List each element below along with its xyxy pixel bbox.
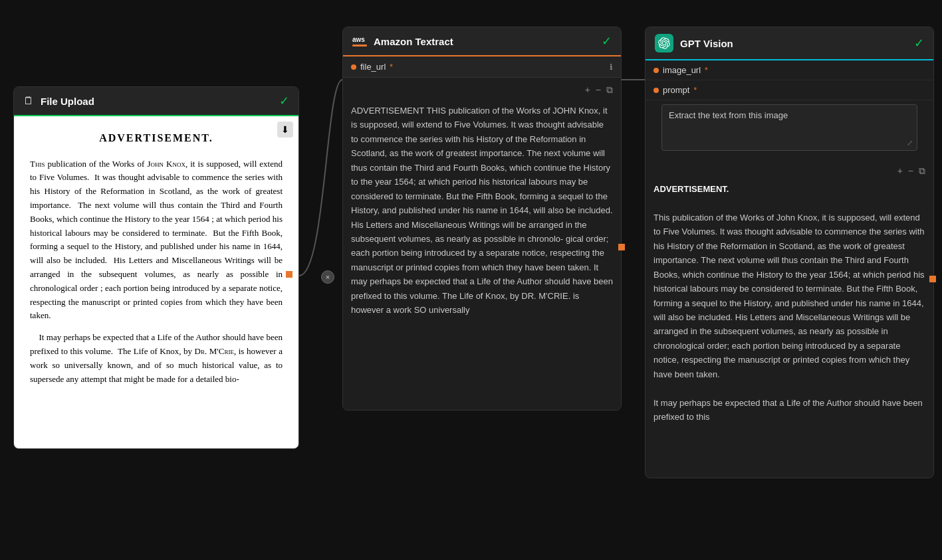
textract-header: aws Amazon Textract ✓ — [343, 27, 621, 56]
image-url-asterisk: * — [705, 66, 708, 75]
download-button[interactable]: ⬇ — [277, 122, 293, 138]
result-plus-icon[interactable]: + — [897, 165, 903, 177]
param-info-icon[interactable]: ℹ — [610, 62, 613, 72]
gpt-output-connector[interactable] — [929, 276, 936, 282]
aws-bar — [352, 45, 367, 47]
prompt-dot — [653, 88, 659, 93]
textract-param-bar: file_url * ℹ — [343, 56, 621, 78]
plus-icon[interactable]: + — [585, 84, 590, 96]
gpt-result-area: + − ⧉ ADVERTISEMENT. This publication of… — [646, 159, 933, 478]
aws-text: aws — [352, 36, 365, 43]
result-heading: ADVERTISEMENT. — [653, 184, 729, 194]
param-dot — [351, 64, 356, 70]
gpt-logo — [655, 34, 673, 52]
first-word: This — [30, 159, 45, 169]
file-heading: ADVERTISEMENT. — [30, 130, 283, 147]
textract-output-connector[interactable] — [618, 244, 625, 250]
textract-header-left: aws Amazon Textract — [352, 36, 453, 47]
textract-title: Amazon Textract — [374, 36, 453, 47]
file-upload-output-connector[interactable] — [286, 271, 293, 278]
file-upload-check-icon: ✓ — [279, 94, 289, 108]
gpt-title: GPT Vision — [680, 38, 733, 49]
gpt-param-image-url: image_url * — [646, 60, 933, 80]
gpt-result-toolbar: + − ⧉ — [653, 165, 925, 177]
prompt-section: Extract the text from this image ⤢ — [646, 100, 933, 159]
textract-content-area: + − ⧉ ADVERTISEMENT THIS publication of … — [343, 78, 621, 410]
canvas: × 🗒 File Upload ✓ ⬇ ADVERTISEMENT. This … — [0, 0, 942, 560]
gpt-param-prompt: prompt * — [646, 80, 933, 100]
gpt-result-text: ADVERTISEMENT. This publication of the W… — [653, 182, 925, 424]
textract-check-icon: ✓ — [602, 34, 612, 48]
gpt-vision-node: GPT Vision ✓ image_url * prompt * Extrac… — [645, 27, 934, 478]
gpt-check-icon: ✓ — [914, 36, 924, 50]
textract-node: aws Amazon Textract ✓ file_url * ℹ + − ⧉… — [342, 27, 622, 411]
gpt-header-left: GPT Vision — [655, 34, 733, 52]
copy-icon[interactable]: ⧉ — [606, 84, 613, 96]
image-url-dot — [653, 68, 659, 73]
file-paragraph-2: It may perhaps be expected that a Life o… — [30, 331, 283, 386]
textract-toolbar: + − ⧉ — [351, 84, 613, 96]
prompt-text: Extract the text from this image — [669, 110, 788, 120]
prompt-text-area[interactable]: Extract the text from this image ⤢ — [661, 104, 917, 151]
textract-extracted-text: ADVERTISEMENT THIS publication of the Wo… — [351, 101, 613, 320]
connector-x-button[interactable]: × — [321, 270, 334, 284]
gpt-header: GPT Vision ✓ — [646, 27, 933, 60]
file-upload-header: 🗒 File Upload ✓ — [14, 87, 298, 116]
prompt-label: prompt — [663, 85, 689, 95]
file-upload-title: File Upload — [41, 96, 94, 107]
aws-logo: aws — [352, 36, 367, 47]
file-upload-node: 🗒 File Upload ✓ ⬇ ADVERTISEMENT. This pu… — [13, 86, 299, 449]
param-file-url: file_url * — [351, 62, 393, 72]
file-paragraph-1: This publication of the Works of John Kn… — [30, 157, 283, 324]
file-upload-header-left: 🗒 File Upload — [23, 95, 94, 107]
close-icon: × — [326, 273, 330, 281]
param-asterisk: * — [390, 62, 393, 72]
minus-icon[interactable]: − — [596, 84, 601, 96]
result-copy-icon[interactable]: ⧉ — [919, 165, 925, 177]
param-file-url-label: file_url — [360, 62, 386, 72]
image-url-label: image_url — [663, 65, 701, 75]
expand-icon[interactable]: ⤢ — [907, 139, 913, 147]
file-icon: 🗒 — [23, 95, 34, 107]
result-minus-icon[interactable]: − — [908, 165, 913, 177]
prompt-asterisk: * — [693, 86, 697, 95]
file-upload-content: ⬇ ADVERTISEMENT. This publication of the… — [14, 116, 298, 448]
